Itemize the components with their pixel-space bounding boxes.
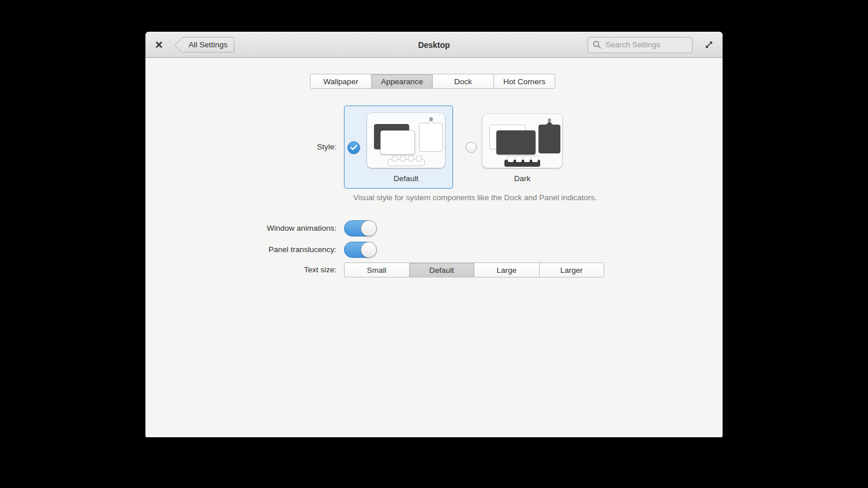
radio-unchecked-icon[interactable] [466,142,477,153]
style-option-default[interactable]: Default [344,106,453,189]
maximize-icon [705,40,713,49]
preview-popover-dark [538,125,560,153]
text-size-label: Text size: [145,265,336,275]
style-option-default-label: Default [367,174,445,183]
dock-item [532,156,538,162]
text-size-large[interactable]: Large [474,262,540,277]
all-settings-back-button[interactable]: All Settings [182,37,234,52]
search-input[interactable] [605,40,687,49]
dock-item [392,156,398,162]
window-animations-toggle[interactable] [344,220,377,237]
dock-item [416,156,422,162]
text-size-small[interactable]: Small [344,262,410,277]
search-icon [593,40,601,49]
toggle-knob [361,242,377,258]
preview-window-front-dark [496,130,536,155]
preview-popover-light [419,123,443,152]
dock-item [508,156,514,162]
style-label: Style: [145,142,336,152]
text-size-segmented-control: Small Default Large Larger [344,262,604,277]
text-size-default[interactable]: Default [409,262,475,277]
back-button-label: All Settings [189,40,228,49]
style-option-dark-label: Dark [482,174,562,183]
tab-appearance[interactable]: Appearance [371,74,433,89]
dock-item [516,156,522,162]
headerbar: All Settings Desktop [145,32,723,58]
dark-style-preview [482,114,562,168]
tab-bar: Wallpaper Appearance Dock Hot Corners [310,74,555,89]
text-size-larger[interactable]: Larger [539,262,605,277]
preview-dock-light [388,159,425,166]
panel-indicator-icon [429,117,433,121]
content-area: Wallpaper Appearance Dock Hot Corners St… [145,58,723,437]
close-button[interactable] [152,38,165,51]
panel-translucency-toggle[interactable] [344,242,377,258]
check-icon [350,145,357,151]
style-option-dark[interactable]: Dark [459,106,575,189]
style-description: Visual style for system components like … [344,193,606,202]
close-icon [155,41,163,48]
popover-arrow [546,121,552,127]
settings-window: All Settings Desktop Wallpape [145,32,723,437]
dock-item [408,156,414,162]
preview-window-front-light [380,130,415,155]
preview-dock-dark [504,160,540,167]
search-field[interactable] [588,37,693,53]
dock-item [524,156,530,162]
radio-checked-icon[interactable] [347,141,360,154]
maximize-button[interactable] [702,38,715,51]
toggle-knob [361,220,377,237]
back-chevron-icon [174,37,190,53]
panel-translucency-label: Panel translucency: [145,245,336,255]
dock-item [400,156,406,162]
window-animations-label: Window animations: [145,223,336,234]
tab-hot-corners[interactable]: Hot Corners [493,74,555,89]
desktop-background: All Settings Desktop Wallpape [0,0,868,488]
tab-wallpaper[interactable]: Wallpaper [310,74,372,89]
tab-dock[interactable]: Dock [432,74,494,89]
default-style-preview [367,113,445,168]
panel-indicator-icon [548,118,551,122]
